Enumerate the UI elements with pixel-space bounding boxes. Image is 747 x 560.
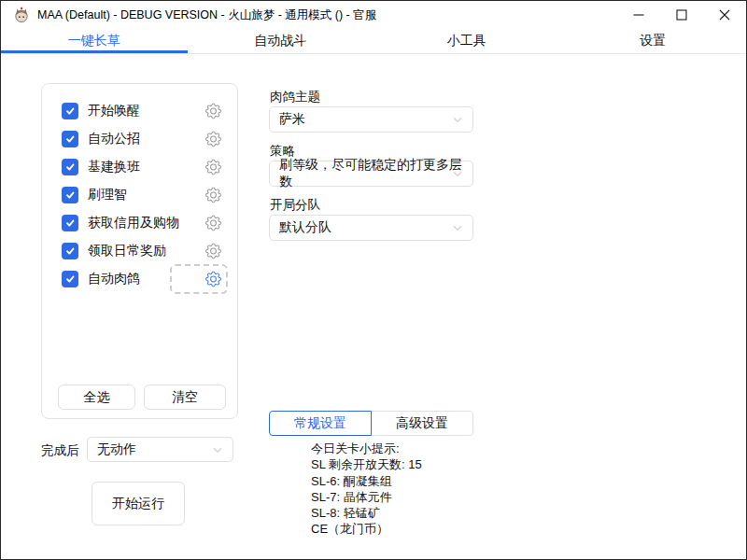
start-run-button[interactable]: 开始运行 bbox=[92, 482, 185, 525]
settings-mode-segmented-control: 常规设置 高级设置 bbox=[269, 411, 473, 436]
gear-icon-active[interactable] bbox=[205, 272, 221, 287]
advanced-settings-button[interactable]: 高级设置 bbox=[371, 411, 473, 436]
strategy-dropdown[interactable]: 刷等级，尽可能稳定的打更多层数 bbox=[269, 161, 473, 187]
chevron-down-icon bbox=[450, 166, 465, 181]
roguelike-theme-dropdown[interactable]: 萨米 bbox=[269, 106, 473, 133]
minimize-icon bbox=[633, 9, 644, 21]
roguelike-theme-value: 萨米 bbox=[279, 111, 305, 128]
task-label[interactable]: 刷理智 bbox=[88, 187, 127, 203]
close-button[interactable] bbox=[703, 1, 746, 29]
checkbox-roguelike[interactable] bbox=[62, 271, 78, 287]
chevron-down-icon bbox=[450, 220, 465, 235]
strategy-value: 刷等级，尽可能稳定的打更多层数 bbox=[279, 157, 472, 190]
window-controls bbox=[617, 1, 746, 29]
tip-line: SL-6: 酮凝集组 bbox=[311, 473, 422, 489]
maximize-button[interactable] bbox=[660, 1, 703, 29]
checkbox-wakeup[interactable] bbox=[62, 103, 78, 119]
maximize-icon bbox=[676, 9, 687, 21]
select-all-button[interactable]: 全选 bbox=[58, 385, 135, 410]
task-label[interactable]: 自动公招 bbox=[88, 131, 140, 147]
gear-icon[interactable] bbox=[205, 104, 221, 119]
after-completion-value: 无动作 bbox=[97, 441, 136, 458]
squad-label: 开局分队 bbox=[270, 197, 320, 214]
task-row-wakeup: 开始唤醒 bbox=[42, 97, 237, 125]
clear-button[interactable]: 清空 bbox=[144, 385, 226, 410]
checkbox-rewards[interactable] bbox=[62, 243, 78, 259]
app-window: MAA (Default) - DEBUG VERSION - 火山旅梦 - 通… bbox=[0, 0, 747, 560]
gear-icon[interactable] bbox=[205, 188, 221, 203]
daily-stage-tips: 今日关卡小提示: SL 剩余开放天数: 15 SL-6: 酮凝集组 SL-7: … bbox=[311, 441, 422, 538]
tip-line: 今日关卡小提示: bbox=[311, 441, 422, 456]
after-completion-dropdown[interactable]: 无动作 bbox=[87, 437, 233, 462]
task-label[interactable]: 开始唤醒 bbox=[88, 103, 140, 119]
squad-dropdown[interactable]: 默认分队 bbox=[269, 215, 473, 241]
tab-tools[interactable]: 小工具 bbox=[374, 29, 560, 53]
main-tab-bar: 一键长草 自动战斗 小工具 设置 bbox=[1, 29, 746, 54]
task-label[interactable]: 获取信用及购物 bbox=[88, 215, 179, 231]
task-label[interactable]: 基建换班 bbox=[88, 159, 140, 175]
tab-farming[interactable]: 一键长草 bbox=[1, 29, 188, 53]
task-label[interactable]: 自动肉鸽 bbox=[88, 271, 140, 287]
after-completion-label: 完成后 bbox=[41, 442, 79, 459]
roguelike-theme-label: 肉鸽主题 bbox=[270, 89, 320, 105]
checkbox-infrast[interactable] bbox=[62, 159, 78, 175]
checkbox-credit[interactable] bbox=[62, 215, 78, 231]
task-row-infrast: 基建换班 bbox=[42, 153, 237, 181]
title-bar: MAA (Default) - DEBUG VERSION - 火山旅梦 - 通… bbox=[1, 1, 746, 29]
general-settings-button[interactable]: 常规设置 bbox=[269, 411, 372, 436]
gear-icon[interactable] bbox=[205, 244, 221, 259]
chevron-down-icon bbox=[450, 112, 465, 127]
task-label[interactable]: 领取日常奖励 bbox=[88, 243, 166, 259]
app-logo-icon bbox=[13, 7, 30, 23]
task-rows: 开始唤醒 自动公招 基建换班 刷理智 获取信用及购物 bbox=[42, 97, 237, 293]
tab-settings[interactable]: 设置 bbox=[560, 29, 747, 53]
tip-line: SL-8: 轻锰矿 bbox=[311, 505, 422, 521]
gear-icon[interactable] bbox=[205, 132, 221, 147]
checkbox-sanity[interactable] bbox=[62, 187, 78, 203]
window-title: MAA (Default) - DEBUG VERSION - 火山旅梦 - 通… bbox=[37, 7, 376, 23]
task-row-roguelike: 自动肉鸽 bbox=[42, 265, 237, 293]
tip-line: SL 剩余开放天数: 15 bbox=[311, 456, 422, 472]
squad-value: 默认分队 bbox=[279, 219, 331, 236]
task-list-card: 开始唤醒 自动公招 基建换班 刷理智 获取信用及购物 bbox=[41, 83, 238, 419]
task-row-rewards: 领取日常奖励 bbox=[42, 237, 237, 265]
chevron-down-icon bbox=[210, 442, 225, 457]
task-row-credit: 获取信用及购物 bbox=[42, 209, 237, 237]
tip-line: SL-7: 晶体元件 bbox=[311, 489, 422, 505]
task-row-recruit: 自动公招 bbox=[42, 125, 237, 153]
gear-icon[interactable] bbox=[205, 216, 221, 231]
task-row-sanity: 刷理智 bbox=[42, 181, 237, 209]
tip-line: CE（龙门币） bbox=[311, 521, 422, 537]
close-icon bbox=[719, 9, 730, 21]
gear-icon[interactable] bbox=[205, 160, 221, 175]
minimize-button[interactable] bbox=[617, 1, 660, 29]
tab-copilot[interactable]: 自动战斗 bbox=[188, 29, 374, 53]
checkbox-recruit[interactable] bbox=[62, 131, 78, 147]
